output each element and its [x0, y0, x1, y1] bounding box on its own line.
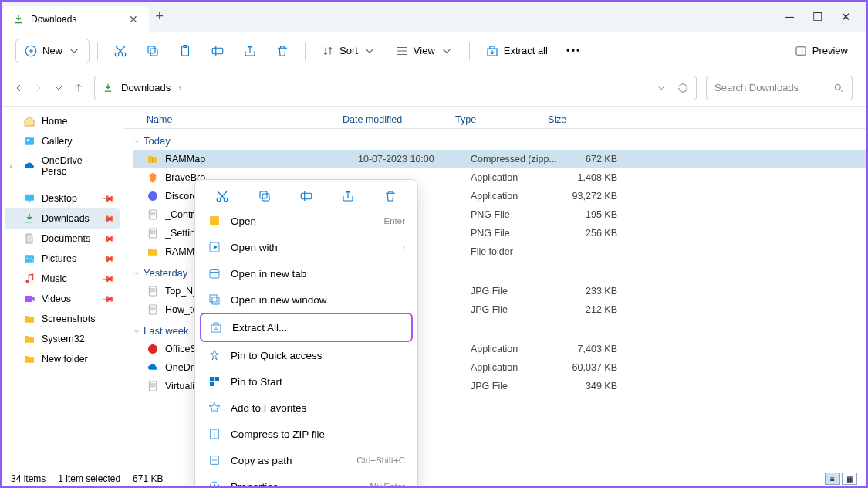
ctx-pin-to-start[interactable]: Pin to Start — [200, 368, 413, 395]
svg-point-2 — [122, 53, 126, 56]
group-header-today[interactable]: Today — [133, 129, 866, 150]
view-switcher[interactable]: ≡ ▦ — [825, 473, 857, 485]
download-icon — [23, 212, 35, 225]
folder-icon — [147, 246, 159, 258]
new-tab-button[interactable]: + — [155, 8, 164, 25]
sidebar-item-home[interactable]: Home — [5, 111, 120, 131]
copy-button[interactable] — [138, 39, 167, 63]
chevron-down-icon[interactable] — [656, 83, 667, 93]
col-type[interactable]: Type — [455, 114, 548, 125]
pin-icon: 📌 — [100, 211, 115, 225]
breadcrumb[interactable]: Downloads › — [94, 76, 697, 100]
col-size[interactable]: Size — [548, 114, 602, 125]
onedrive-icon — [23, 160, 35, 172]
sidebar-item-downloads[interactable]: Downloads📌 — [5, 208, 120, 229]
forward-button[interactable] — [32, 82, 45, 94]
sidebar-item-new-folder[interactable]: New folder — [5, 349, 120, 369]
svg-point-11 — [27, 139, 29, 141]
cut-button[interactable] — [106, 39, 135, 63]
rename-icon[interactable] — [299, 189, 313, 203]
pin-icon: 📌 — [100, 271, 115, 286]
col-name[interactable]: Name — [147, 114, 343, 125]
svg-rect-40 — [215, 377, 219, 381]
newwin-icon — [208, 293, 221, 307]
tab-close-icon[interactable]: ✕ — [129, 13, 138, 25]
breadcrumb-segment[interactable]: Downloads — [121, 82, 171, 93]
view-button[interactable]: View — [387, 39, 461, 63]
sidebar-item-documents[interactable]: Documents📌 — [5, 229, 120, 249]
tab-downloads[interactable]: Downloads ✕ — [2, 6, 149, 32]
rename-button[interactable] — [203, 39, 232, 63]
sidebar-item-music[interactable]: Music📌 — [5, 269, 120, 289]
desktop-icon — [23, 192, 35, 205]
extract-all-button[interactable]: Extract all — [478, 39, 556, 63]
refresh-icon[interactable] — [677, 83, 688, 93]
svg-rect-8 — [796, 46, 806, 55]
minimize-button[interactable]: ─ — [785, 10, 794, 24]
up-button[interactable] — [73, 82, 85, 94]
sidebar-item-onedrive---perso[interactable]: ›OneDrive - Perso — [5, 151, 120, 181]
sidebar-item-screenshots[interactable]: Screenshots — [5, 309, 120, 329]
svg-rect-23 — [150, 288, 156, 292]
svg-rect-13 — [28, 201, 31, 202]
music-icon — [23, 273, 35, 285]
ctx-copy-as-path[interactable]: Copy as pathCtrl+Shift+C — [200, 447, 413, 473]
file-row[interactable]: RAMMap10-07-2023 16:00Compressed (zipp..… — [133, 150, 866, 168]
delete-button[interactable] — [268, 39, 297, 63]
ctx-add-to-favorites[interactable]: Add to Favorites — [200, 395, 413, 421]
new-button[interactable]: New — [15, 39, 90, 63]
svg-rect-39 — [210, 377, 214, 381]
pin-icon: 📌 — [100, 251, 115, 266]
share-button[interactable] — [235, 39, 265, 63]
back-button[interactable] — [12, 82, 25, 94]
paste-button[interactable] — [171, 39, 200, 63]
svg-rect-28 — [150, 383, 156, 387]
more-button[interactable]: ••• — [559, 40, 589, 61]
preview-button[interactable]: Preview — [786, 39, 853, 63]
context-menu: OpenEnterOpen with›Open in new tabOpen i… — [194, 179, 418, 488]
tiles-view-icon[interactable]: ▦ — [842, 473, 857, 485]
ctx-pin-to-quick-access[interactable]: Pin to Quick access — [200, 342, 413, 368]
chevron-down-icon[interactable] — [52, 82, 65, 94]
cut-icon[interactable] — [215, 189, 229, 203]
sidebar-item-videos[interactable]: Videos📌 — [5, 289, 120, 309]
trash-icon[interactable] — [383, 189, 397, 203]
tab-title: Downloads — [31, 14, 76, 25]
ctx-extract-all-[interactable]: Extract All... — [200, 313, 413, 342]
titlebar: Downloads ✕ + ─ ☐ ✕ — [2, 2, 866, 32]
toolbar: New Sort View Extract all ••• Preview — [2, 32, 866, 69]
sort-icon — [321, 44, 335, 58]
svg-rect-36 — [210, 270, 219, 279]
ctx-open-in-new-window[interactable]: Open in new window — [200, 286, 413, 313]
maximize-button[interactable]: ☐ — [812, 10, 822, 24]
close-button[interactable]: ✕ — [841, 10, 851, 24]
item-count: 34 items — [11, 473, 46, 484]
ctx-properties[interactable]: PropertiesAlt+Enter — [200, 473, 413, 488]
ctx-open-in-new-tab[interactable]: Open in new tab — [200, 260, 413, 286]
sidebar-item-desktop[interactable]: Desktop📌 — [5, 188, 120, 208]
sidebar-item-gallery[interactable]: Gallery — [5, 131, 120, 151]
sidebar-item-pictures[interactable]: Pictures📌 — [5, 249, 120, 269]
ctx-compress-to-zip-file[interactable]: Compress to ZIP file — [200, 421, 413, 447]
discord-icon — [147, 190, 159, 202]
copypath-icon — [208, 453, 221, 467]
png-icon — [147, 208, 159, 221]
copy-icon[interactable] — [258, 189, 272, 203]
copy-icon — [146, 44, 160, 58]
sidebar[interactable]: HomeGallery›OneDrive - PersoDesktop📌Down… — [2, 107, 123, 469]
svg-rect-16 — [25, 296, 32, 302]
details-view-icon[interactable]: ≡ — [825, 473, 840, 485]
svg-point-9 — [835, 84, 840, 90]
sort-button[interactable]: Sort — [313, 39, 384, 63]
cut-icon — [113, 44, 127, 58]
col-date[interactable]: Date modified — [343, 114, 455, 125]
sidebar-item-system32[interactable]: System32 — [5, 329, 120, 349]
share-icon[interactable] — [341, 189, 355, 203]
svg-rect-33 — [301, 193, 312, 199]
svg-rect-37 — [210, 295, 217, 302]
svg-point-29 — [217, 198, 221, 202]
search-input[interactable]: Search Downloads — [706, 76, 853, 100]
ctx-open[interactable]: OpenEnter — [200, 208, 413, 234]
column-headers[interactable]: Name Date modified Type Size — [123, 107, 866, 129]
ctx-open-with[interactable]: Open with› — [200, 234, 413, 260]
